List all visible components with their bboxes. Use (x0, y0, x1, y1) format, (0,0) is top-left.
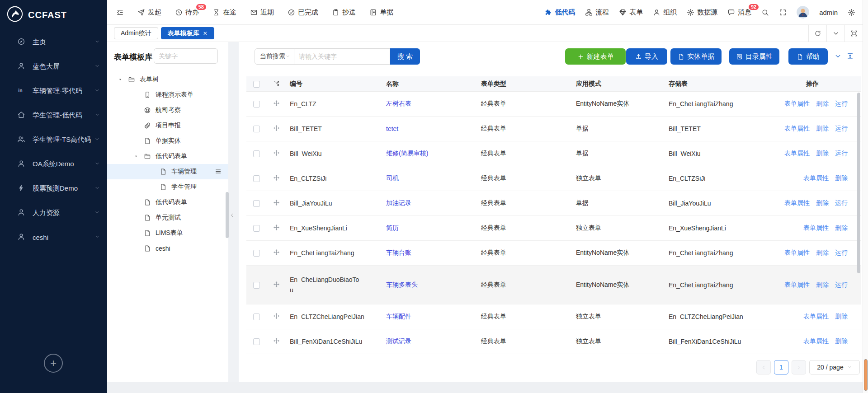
import-button[interactable]: 导入 (626, 48, 667, 65)
nav-settings[interactable] (848, 9, 855, 16)
row-action-link[interactable]: 删除 (835, 174, 848, 182)
sidebar-item-5[interactable]: OA系统Demo (0, 152, 107, 176)
node-menu-icon[interactable] (215, 168, 222, 176)
row-checkbox[interactable] (253, 250, 260, 257)
row-action-link[interactable]: 删除 (816, 249, 829, 256)
row-action-link[interactable]: 运行 (835, 199, 848, 206)
form-name-link[interactable]: 车辆配件 (386, 313, 411, 320)
row-action-link[interactable]: 删除 (816, 100, 829, 107)
row-action-link[interactable]: 删除 (835, 337, 848, 345)
row-checkbox[interactable] (253, 282, 260, 289)
tree-node-2[interactable]: 航司考察 (107, 103, 228, 118)
tree-node-8[interactable]: 低代码表单 (107, 195, 228, 210)
nav-completed[interactable]: 已完成 (288, 8, 318, 17)
row-height-icon[interactable] (846, 52, 854, 61)
row-action-link[interactable]: 表单属性 (803, 313, 829, 320)
more-actions-chevron-icon[interactable] (834, 52, 842, 61)
tree-node-11[interactable]: ceshi (107, 241, 228, 256)
window-scrollbar-thumb[interactable] (864, 359, 868, 391)
row-action-link[interactable]: 表单属性 (803, 337, 829, 345)
row-action-link[interactable]: 运行 (835, 125, 848, 132)
tree-node-10[interactable]: LIMS表单 (107, 225, 228, 241)
nav-initiate[interactable]: 发起 (137, 8, 161, 17)
row-action-link[interactable]: 表单属性 (803, 174, 829, 182)
caret-down-icon[interactable] (134, 154, 138, 159)
drag-move-icon[interactable] (273, 150, 280, 156)
row-action-link[interactable]: 删除 (816, 199, 829, 206)
drag-move-icon[interactable] (273, 249, 280, 256)
drag-move-icon[interactable] (273, 125, 280, 131)
sidebar-item-3[interactable]: 学生管理-低代码 (0, 103, 107, 127)
row-action-link[interactable]: 删除 (816, 125, 829, 132)
nav-search[interactable] (761, 9, 769, 16)
directory-properties-button[interactable]: 目录属性 (729, 48, 779, 65)
entity-bill-button[interactable]: 实体单据 (670, 48, 722, 65)
row-checkbox[interactable] (253, 175, 260, 182)
row-action-link[interactable]: 表单属性 (784, 249, 810, 256)
form-name-link[interactable]: 司机 (386, 174, 399, 182)
table-scrollbar-thumb[interactable] (857, 93, 860, 273)
search-button[interactable]: 搜 索 (390, 48, 420, 65)
row-action-link[interactable]: 表单属性 (784, 199, 810, 206)
next-page-button[interactable] (792, 360, 806, 374)
row-checkbox[interactable] (253, 200, 260, 207)
row-action-link[interactable]: 删除 (816, 281, 829, 288)
avatar[interactable] (797, 6, 809, 19)
nav-documents[interactable]: 单据 (369, 8, 393, 17)
nav-recent[interactable]: 近期 (250, 8, 274, 17)
nav-data-source[interactable]: 数据源 (687, 8, 717, 17)
tab-1[interactable]: 表单模板库 ✕ (161, 27, 214, 39)
drag-move-icon[interactable] (273, 313, 280, 319)
tree-node-9[interactable]: 单元测试 (107, 210, 228, 225)
row-action-link[interactable]: 运行 (835, 281, 848, 288)
prev-page-button[interactable] (756, 360, 771, 374)
row-checkbox[interactable] (253, 150, 260, 157)
nav-menu-fold[interactable] (116, 9, 124, 16)
sort-shuffle-icon[interactable] (273, 80, 280, 87)
tree-node-6[interactable]: 车辆管理 (107, 164, 228, 179)
form-name-link[interactable]: 简历 (386, 224, 399, 231)
keyword-input[interactable] (294, 48, 390, 65)
nav-username[interactable]: admin (819, 9, 838, 16)
sidebar-item-8[interactable]: ceshi (0, 225, 107, 249)
nav-cc[interactable]: 抄送 (332, 8, 356, 17)
new-form-button[interactable]: 新建表单 (565, 48, 626, 65)
nav-todo[interactable]: 待办 58 (175, 8, 199, 17)
sidebar-item-1[interactable]: 蓝色大屏 (0, 54, 107, 79)
add-app-button[interactable]: + (44, 354, 63, 373)
drag-move-icon[interactable] (273, 337, 280, 344)
tree-node-0[interactable]: 表单树 (107, 72, 228, 87)
form-name-link[interactable]: 左树右表 (386, 100, 411, 107)
nav-workflow[interactable]: 流程 (585, 8, 609, 17)
nav-in-transit[interactable]: 在途 (212, 8, 236, 17)
row-action-link[interactable]: 运行 (835, 100, 848, 107)
chevron-down-icon[interactable] (826, 25, 844, 42)
row-checkbox[interactable] (253, 126, 260, 132)
sidebar-item-4[interactable]: 学生管理-TS高代码 (0, 127, 107, 152)
tree-node-5[interactable]: 低代码表单 (107, 149, 228, 164)
maximize-icon[interactable] (844, 25, 863, 42)
refresh-icon[interactable] (808, 25, 826, 42)
drag-move-icon[interactable] (273, 174, 280, 181)
sidebar-item-0[interactable]: 主页 (0, 30, 107, 54)
row-checkbox[interactable] (253, 313, 260, 320)
drag-move-icon[interactable] (273, 281, 280, 288)
row-action-link[interactable]: 运行 (835, 249, 848, 256)
nav-organization[interactable]: 组织 (653, 8, 677, 17)
tree-node-7[interactable]: 学生管理 (107, 179, 228, 195)
nav-fullscreen[interactable] (779, 9, 787, 16)
panel-collapse-handle[interactable] (228, 204, 236, 226)
caret-down-icon[interactable] (118, 77, 123, 82)
row-action-link[interactable]: 删除 (835, 224, 848, 231)
form-name-link[interactable]: 测试记录 (386, 337, 411, 345)
close-icon[interactable]: ✕ (203, 30, 208, 37)
search-scope-select[interactable]: 当前搜索 (255, 48, 294, 65)
sidebar-item-2[interactable]: in 车辆管理-零代码 (0, 79, 107, 103)
form-name-link[interactable]: tetet (386, 125, 398, 132)
row-action-link[interactable]: 删除 (835, 313, 848, 320)
row-action-link[interactable]: 运行 (835, 150, 848, 157)
form-name-link[interactable]: 车辆多表头 (386, 281, 418, 288)
page-size-select[interactable]: 20 / page (809, 360, 860, 374)
row-checkbox[interactable] (253, 225, 260, 232)
tree-node-1[interactable]: 课程演示表单 (107, 87, 228, 103)
